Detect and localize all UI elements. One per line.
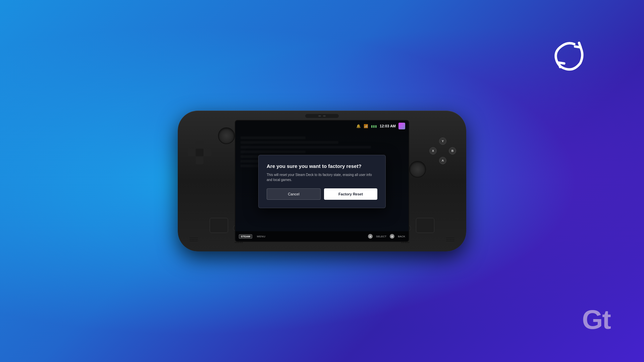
right-analog-stick[interactable]	[409, 161, 426, 178]
top-indicator-right	[323, 115, 326, 117]
left-analog-stick[interactable]	[218, 127, 235, 144]
face-button-b[interactable]: B	[449, 147, 456, 155]
device-top-bar	[305, 114, 339, 118]
right-trackpad[interactable]	[416, 218, 434, 233]
menu-label: MENU	[257, 235, 266, 238]
vent-right	[446, 237, 454, 241]
modal-description: This will reset your Steam Deck to its f…	[267, 172, 377, 182]
screen-topbar: 🔔 📶 ▮▮▮ 12:03 AM	[235, 121, 409, 131]
battery-icon: ▮▮▮	[371, 124, 377, 128]
modal-buttons: Cancel Factory Reset	[267, 188, 377, 200]
screen-bottombar: STEAM MENU A SELECT B BACK	[235, 231, 409, 241]
b-button-indicator: B	[390, 234, 394, 239]
notification-icon: 🔔	[356, 124, 361, 128]
bottom-right-controls: A SELECT B BACK	[368, 234, 405, 239]
a-button-indicator: A	[368, 234, 373, 239]
dpad[interactable]	[188, 141, 211, 164]
modal-overlay: Are you sure you want to factory reset? …	[235, 131, 409, 231]
left-trackpad[interactable]	[210, 218, 228, 233]
select-label: SELECT	[376, 235, 386, 238]
speaker-right	[401, 242, 409, 243]
screen-background-content: Are you sure you want to factory reset? …	[235, 131, 409, 231]
vent-left	[190, 237, 198, 241]
screen-content: 🔔 📶 ▮▮▮ 12:03 AM	[235, 121, 409, 241]
back-label: BACK	[398, 235, 405, 238]
topbar-time: 12:03 AM	[380, 124, 396, 128]
modal-title: Are you sure you want to factory reset?	[267, 163, 377, 169]
face-buttons: Y X B A	[429, 137, 456, 164]
face-button-a[interactable]: A	[439, 157, 446, 164]
gt-logo: Gt	[582, 304, 610, 335]
user-avatar	[398, 123, 405, 129]
wifi-icon: 📶	[364, 124, 368, 128]
top-indicator-left	[318, 115, 321, 117]
screen-container: 🔔 📶 ▮▮▮ 12:03 AM	[235, 120, 409, 242]
factory-reset-dialog: Are you sure you want to factory reset? …	[258, 155, 386, 208]
refresh-icon-container	[550, 37, 590, 77]
factory-reset-button[interactable]: Factory Reset	[324, 188, 377, 200]
cancel-button[interactable]: Cancel	[267, 188, 321, 200]
speaker-left	[235, 242, 243, 243]
face-button-y[interactable]: Y	[439, 137, 446, 145]
steam-pill: STEAM	[239, 234, 252, 239]
steam-deck-device: Y X B A STEAM • • •	[178, 111, 466, 251]
dpad-center	[196, 148, 203, 156]
face-button-x[interactable]: X	[429, 147, 437, 155]
refresh-icon	[550, 37, 590, 77]
